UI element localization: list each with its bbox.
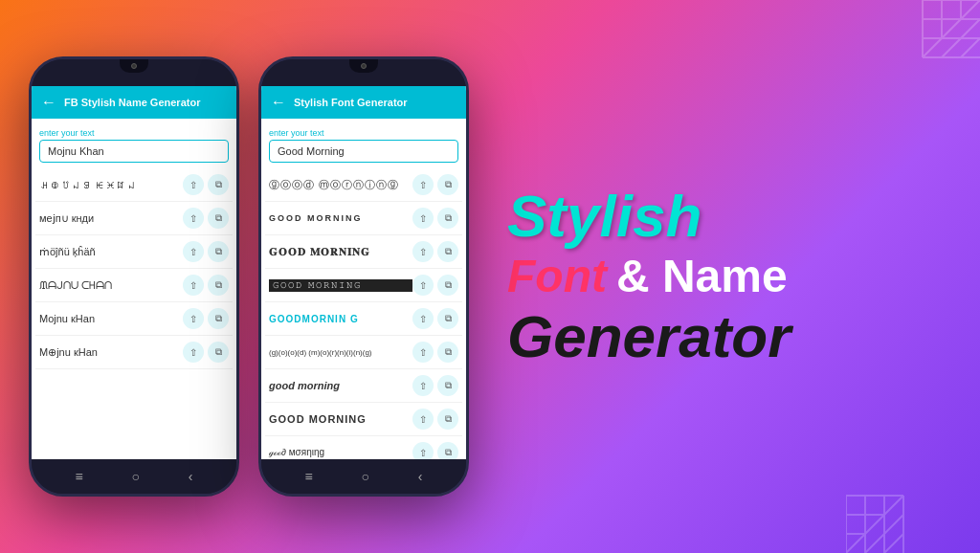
font-text: GOOD MORNING xyxy=(269,413,412,425)
copy-button[interactable]: ⧉ xyxy=(437,275,458,296)
font-list-2: ⓖⓞⓞⓓ ⓜⓞⓡⓝⓘⓝⓖ ⇧ ⧉ GOOD MORNING ⇧ ⧉ 𝐆𝐎𝐎𝐃 𝐌… xyxy=(261,168,466,459)
font-text: Mojnu кHan xyxy=(39,313,183,324)
nav-home-2[interactable]: ○ xyxy=(362,469,369,484)
list-item: ⓖⓞⓞⓓ ⓜⓞⓡⓝⓘⓝⓖ ⇧ ⧉ xyxy=(265,168,462,202)
font-text: GOODMORNIN G xyxy=(269,314,412,324)
copy-button[interactable]: ⧉ xyxy=(208,342,229,363)
share-button[interactable]: ⇧ xyxy=(412,442,434,459)
app-header-2: ← Stylish Font Generator xyxy=(261,86,466,119)
copy-button[interactable]: ⧉ xyxy=(208,275,229,296)
list-item: ꃅꂦꀎꈤꍌ ꀘꁝꍏꈤ ⇧ ⧉ xyxy=(35,168,233,202)
font-actions: ⇧ ⧉ xyxy=(412,342,458,363)
font-actions: ⇧ ⧉ xyxy=(183,275,229,296)
font-text: good morning xyxy=(269,380,412,391)
copy-button[interactable]: ⧉ xyxy=(437,409,458,430)
copy-button[interactable]: ⧉ xyxy=(437,208,458,229)
font-text: ᙢᗩᒍᑎᑌ ᑕᕼᗩᑎ xyxy=(39,279,183,292)
text-input-2[interactable]: Good Morning xyxy=(269,140,458,163)
font-actions: ⇧ ⧉ xyxy=(412,208,458,229)
copy-button[interactable]: ⧉ xyxy=(437,342,458,363)
font-actions: ⇧ ⧉ xyxy=(412,241,458,262)
font-actions: ⇧ ⧉ xyxy=(412,442,458,459)
back-arrow-2[interactable]: ← xyxy=(271,94,286,111)
list-item: 𝙶𝙾𝙾𝙳 𝙼𝙾𝚁𝙽𝙸𝙽𝙶 ⇧ ⧉ xyxy=(265,269,462,302)
phone-bottom-1: ≡ ○ ‹ xyxy=(32,459,236,494)
list-item: good morning ⇧ ⧉ xyxy=(265,369,462,403)
copy-button[interactable]: ⧉ xyxy=(437,174,458,195)
svg-line-2 xyxy=(961,38,980,57)
share-button[interactable]: ⇧ xyxy=(183,174,204,195)
share-button[interactable]: ⇧ xyxy=(412,342,434,363)
list-item: 𝐆𝐎𝐎𝐃 𝐌𝐎𝐑𝐍𝐈𝐍𝐆 ⇧ ⧉ xyxy=(265,235,462,269)
list-item: ℊℴℴ∂ мσяηιηg ⇧ ⧉ xyxy=(265,436,462,459)
phone-top-1 xyxy=(32,59,236,86)
copy-button[interactable]: ⧉ xyxy=(208,208,229,229)
share-button[interactable]: ⇧ xyxy=(183,208,204,229)
share-button[interactable]: ⇧ xyxy=(183,275,204,296)
back-arrow-1[interactable]: ← xyxy=(41,94,56,111)
list-item: GOODMORNIN G ⇧ ⧉ xyxy=(265,302,462,336)
font-text: 𝐆𝐎𝐎𝐃 𝐌𝐎𝐑𝐍𝐈𝐍𝐆 xyxy=(269,246,412,258)
phone-1: ← FB Stylish Name Generator enter your t… xyxy=(29,56,239,497)
share-button[interactable]: ⇧ xyxy=(412,409,434,430)
copy-button[interactable]: ⧉ xyxy=(208,174,229,195)
list-item: ᙢᗩᒍᑎᑌ ᑕᕼᗩᑎ ⇧ ⧉ xyxy=(35,269,233,302)
app-header-1: ← FB Stylish Name Generator xyxy=(32,86,236,119)
list-item: Mojnu кHan ⇧ ⧉ xyxy=(35,302,233,336)
camera-bump-2 xyxy=(349,59,378,73)
nav-menu-1[interactable]: ≡ xyxy=(75,469,82,484)
copy-button[interactable]: ⧉ xyxy=(208,308,229,329)
font-text: меϳп∪ кнди xyxy=(39,212,183,225)
share-button[interactable]: ⇧ xyxy=(412,375,434,396)
app-title-1: FB Stylish Name Generator xyxy=(64,97,200,108)
list-item: ṁöĵñü ķĥäñ ⇧ ⧉ xyxy=(35,235,233,269)
list-item: M⊕jnu кHan ⇧ ⧉ xyxy=(35,336,233,369)
input-area-2: enter your text Good Morning xyxy=(261,119,466,168)
input-area-1: enter your text Mojnu Khan xyxy=(32,119,236,168)
copy-button[interactable]: ⧉ xyxy=(437,375,458,396)
share-button[interactable]: ⇧ xyxy=(412,275,434,296)
font-list-1: ꃅꂦꀎꈤꍌ ꀘꁝꍏꈤ ⇧ ⧉ меϳп∪ кнди ⇧ ⧉ ṁöĵñü ķĥäñ xyxy=(32,168,236,459)
font-actions: ⇧ ⧉ xyxy=(412,375,458,396)
font-actions: ⇧ ⧉ xyxy=(183,208,229,229)
phone-bottom-2: ≡ ○ ‹ xyxy=(261,459,466,494)
font-text: ṁöĵñü ķĥäñ xyxy=(39,246,183,258)
font-text: ꃅꂦꀎꈤꍌ ꀘꁝꍏꈤ xyxy=(39,179,183,190)
svg-line-12 xyxy=(884,534,903,553)
phones-container: ← FB Stylish Name Generator enter your t… xyxy=(0,0,469,553)
share-button[interactable]: ⇧ xyxy=(412,208,434,229)
nav-home-1[interactable]: ○ xyxy=(132,469,140,484)
promo-font-word: Font xyxy=(507,249,607,304)
copy-button[interactable]: ⧉ xyxy=(208,241,229,262)
promo-font-name-line: Font & Name xyxy=(507,249,788,304)
nav-back-1[interactable]: ‹ xyxy=(189,469,193,484)
font-actions: ⇧ ⧉ xyxy=(183,308,229,329)
share-button[interactable]: ⇧ xyxy=(183,308,204,329)
nav-menu-2[interactable]: ≡ xyxy=(304,469,312,484)
camera-dot-1 xyxy=(131,63,137,69)
promo-generator: Generator xyxy=(507,304,791,369)
font-actions: ⇧ ⧉ xyxy=(183,342,229,363)
font-text: (g)(o)(o)(d) (m)(o)(r)(n)(i)(n)(g) xyxy=(269,348,412,357)
phone-screen-1: ← FB Stylish Name Generator enter your t… xyxy=(32,86,236,459)
phone-screen-2: ← Stylish Font Generator enter your text… xyxy=(261,86,466,459)
share-button[interactable]: ⇧ xyxy=(183,342,204,363)
share-button[interactable]: ⇧ xyxy=(412,241,434,262)
share-button[interactable]: ⇧ xyxy=(412,308,434,329)
share-button[interactable]: ⇧ xyxy=(183,241,204,262)
font-actions: ⇧ ⧉ xyxy=(412,275,458,296)
copy-button[interactable]: ⧉ xyxy=(437,241,458,262)
share-button[interactable]: ⇧ xyxy=(412,174,434,195)
phone-top-2 xyxy=(261,59,466,86)
font-text: GOOD MORNING xyxy=(269,213,412,223)
font-actions: ⇧ ⧉ xyxy=(183,174,229,195)
phone-2: ← Stylish Font Generator enter your text… xyxy=(258,56,469,497)
copy-button[interactable]: ⧉ xyxy=(437,308,458,329)
nav-back-2[interactable]: ‹ xyxy=(418,469,423,484)
input-label-2: enter your text xyxy=(269,128,458,138)
list-item: GOOD MORNING ⇧ ⧉ xyxy=(265,202,462,235)
font-actions: ⇧ ⧉ xyxy=(412,308,458,329)
text-input-1[interactable]: Mojnu Khan xyxy=(39,140,229,163)
copy-button[interactable]: ⧉ xyxy=(437,442,458,459)
app-title-2: Stylish Font Generator xyxy=(294,97,408,108)
